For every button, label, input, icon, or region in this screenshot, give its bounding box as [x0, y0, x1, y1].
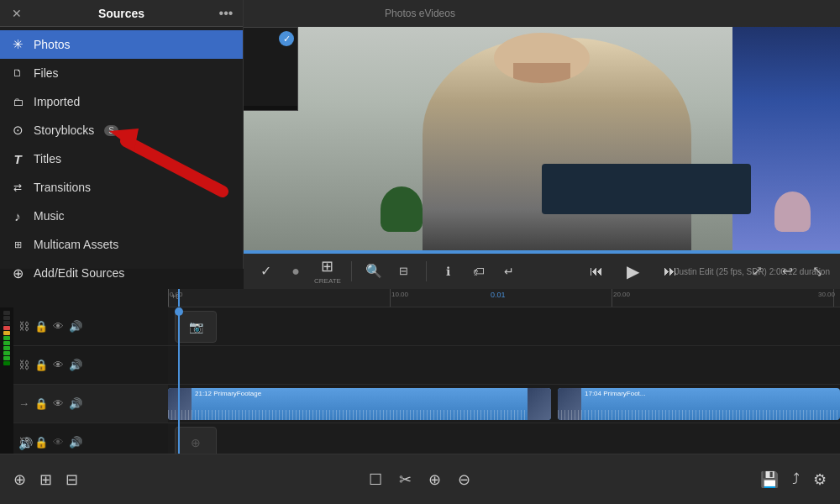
timeline-position: 0.01	[491, 291, 506, 299]
filter-button[interactable]: ⊟	[392, 260, 416, 283]
storyblocks-icon: ⊙	[10, 123, 25, 138]
close-icon[interactable]: ✕	[8, 5, 25, 22]
clip-2-waveform	[558, 410, 840, 420]
remove-button[interactable]: ⊖	[458, 470, 470, 489]
sources-header: ✕ Sources •••	[0, 0, 243, 27]
track-content-row-3: 21:12 PrimaryFootage 17:04 PrimaryFoot..…	[168, 385, 840, 423]
checkmark-badge: ✓	[279, 31, 294, 46]
bottom-toolbar: ⊕ ⊞ ⊟ ☐ ✂ ⊕ ⊖ 💾 ⤴ ⚙	[0, 454, 840, 504]
track-link-icon-2[interactable]: ⛓	[18, 359, 29, 371]
track-lock-icon-4: 🔒	[34, 436, 48, 449]
track-audio-icon-1[interactable]: 🔊	[69, 320, 82, 333]
clip-2-label: 17:04 PrimaryFoot...	[585, 390, 645, 397]
sources-panel-title: Sources	[25, 7, 218, 20]
playhead-head	[175, 307, 183, 316]
sidebar-item-multicam[interactable]: ⊞ Multicam Assets	[0, 230, 243, 259]
track-eye-icon-2[interactable]: 👁	[53, 359, 64, 371]
vol-green-4	[3, 351, 10, 355]
files-icon: 🗋	[10, 66, 25, 81]
checkbox-button[interactable]: ☐	[369, 470, 382, 489]
save-button[interactable]: 💾	[760, 470, 779, 489]
track-row-1: ⛓ 🔒 👁 🔊	[13, 307, 168, 346]
tag-button[interactable]: 🏷	[467, 260, 491, 283]
playhead-ruler	[178, 289, 180, 307]
vol-green-3	[3, 346, 10, 350]
storyblocks-badge: S	[104, 125, 118, 136]
track-lock-icon-1[interactable]: 🔒	[34, 320, 48, 333]
list-view-button[interactable]: ⊟	[66, 470, 78, 489]
track-row-2: ⛓ 🔒 👁 🔊	[13, 346, 168, 385]
photos-label: Photos	[34, 38, 71, 51]
track-link-icon-1[interactable]: ⛓	[18, 320, 29, 333]
app-title: Photos eVideos	[385, 8, 455, 19]
skip-back-button[interactable]: ⏮	[585, 260, 608, 283]
create-label: CREATE	[314, 277, 341, 285]
video-preview	[244, 0, 840, 252]
cut-button[interactable]: ✂	[399, 470, 412, 489]
list-icon: ⊟	[66, 470, 78, 489]
sidebar-item-imported[interactable]: 🗀 Imported	[0, 87, 243, 116]
export-button[interactable]: ⤴	[792, 470, 800, 488]
sidebar-item-photos[interactable]: ✳ Photos	[0, 30, 243, 59]
playback-right-controls: ⤢ ↩ ⤣ Justin Edit (25 fps, SDR) 2:00:12 …	[746, 260, 830, 283]
primary-clip-1[interactable]: 21:12 PrimaryFootage	[168, 388, 551, 420]
search-button[interactable]: 🔍	[362, 260, 386, 283]
add-track-icon: ⊕	[13, 470, 26, 489]
add-track-button[interactable]: ⊕	[13, 470, 26, 489]
track-eye-icon-3[interactable]: 👁	[53, 397, 64, 410]
insert-button[interactable]: ↵	[497, 260, 521, 283]
track-eye-icon-1[interactable]: 👁	[53, 320, 64, 333]
track-audio-icon-2[interactable]: 🔊	[69, 359, 82, 371]
time-ruler: +0 0.01 0.00 10.00 20.00 30.00	[168, 289, 840, 307]
track-lock-icon-2[interactable]: 🔒	[34, 359, 48, 371]
files-label: Files	[34, 66, 59, 80]
clip-thumb-end-1	[528, 388, 551, 420]
transitions-label: Transitions	[34, 181, 91, 194]
video-desk	[542, 164, 751, 214]
video-scrubber[interactable]	[244, 250, 840, 254]
add-button[interactable]: ⊕	[428, 470, 441, 489]
sidebar-item-files[interactable]: 🗋 Files	[0, 59, 243, 87]
tick-20: 20.00	[612, 289, 612, 307]
add-edit-label: Add/Edit Sources	[34, 266, 124, 280]
play-button[interactable]: ▶	[622, 260, 645, 283]
record-button[interactable]: ●	[284, 260, 307, 283]
placeholder-icon-2: ⊕	[191, 436, 201, 449]
transitions-icon: ⇄	[10, 180, 25, 195]
tick-30: 30.00	[833, 289, 834, 307]
create-button[interactable]: ⊞ CREATE	[314, 257, 341, 285]
tick-label-0: 0.00	[170, 291, 183, 298]
add-edit-icon: ⊕	[10, 265, 25, 281]
divider2	[426, 261, 427, 281]
storyblocks-label: Storyblocks	[34, 123, 94, 137]
tick-label-20: 20.00	[613, 291, 630, 298]
track-audio-icon-3[interactable]: 🔊	[69, 397, 82, 410]
settings-button[interactable]: ⚙	[813, 470, 827, 489]
video-plant	[381, 186, 423, 232]
sidebar-item-add-edit[interactable]: ⊕ Add/Edit Sources	[0, 259, 243, 287]
track-arrow-icon-3[interactable]: →	[18, 397, 29, 410]
more-options-icon[interactable]: •••	[218, 5, 234, 22]
sidebar-item-transitions[interactable]: ⇄ Transitions	[0, 173, 243, 202]
titles-icon: T	[10, 151, 25, 166]
track-lock-icon-3[interactable]: 🔒	[34, 397, 48, 410]
check-button[interactable]: ✓	[254, 260, 277, 283]
info-button[interactable]: ℹ	[437, 260, 460, 283]
track-audio-icon-4[interactable]: 🔊	[69, 436, 82, 449]
tick-10: 10.00	[390, 289, 391, 307]
primary-clip-2[interactable]: 17:04 PrimaryFoot...	[558, 388, 840, 420]
multicam-icon: ⊞	[10, 237, 25, 252]
sidebar-item-storyblocks[interactable]: ⊙ Storyblocks S	[0, 116, 243, 144]
tick-label-10: 10.00	[391, 291, 408, 298]
video-person-head	[494, 33, 590, 83]
vol-red	[3, 326, 10, 330]
track-row-3: → 🔒 👁 🔊	[13, 385, 168, 423]
placeholder-clip-1[interactable]: 📷	[175, 311, 217, 343]
grid-icon: ⊞	[39, 470, 52, 489]
sidebar-item-music[interactable]: ♪ Music	[0, 202, 243, 230]
grid-view-button[interactable]: ⊞	[39, 470, 52, 489]
sidebar-item-titles[interactable]: T Titles	[0, 144, 243, 173]
video-background	[244, 0, 840, 252]
master-volume-icon[interactable]: 🔊	[18, 437, 33, 450]
playback-center-controls: ⏮ ▶ ⏭	[585, 260, 682, 283]
